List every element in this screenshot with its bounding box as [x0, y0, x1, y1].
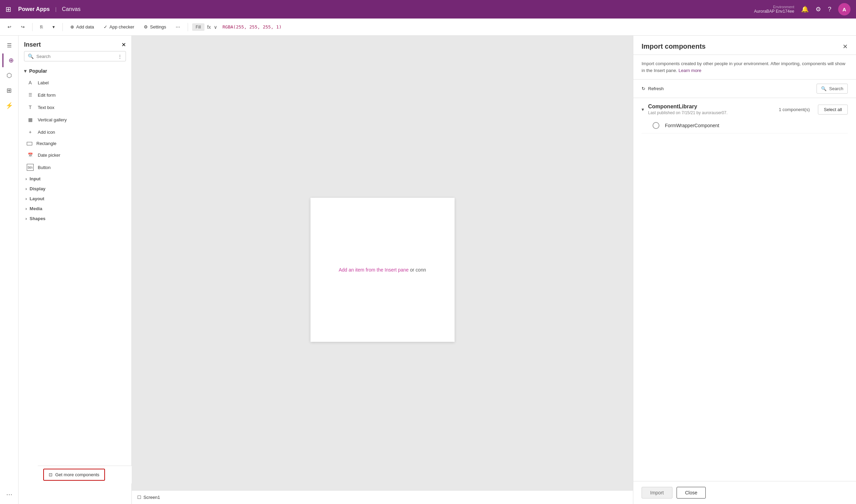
insert-item-vertical-gallery[interactable]: ▦ Vertical gallery: [19, 113, 131, 126]
refresh-label: Refresh: [648, 86, 664, 91]
insert-header-actions: ✕: [121, 41, 126, 48]
copy-button[interactable]: ⎘: [37, 22, 46, 32]
get-more-icon: ⊡: [49, 472, 52, 477]
add-data-label: Add data: [76, 24, 94, 29]
brand-separator: |: [55, 7, 57, 12]
insert-item-text-box[interactable]: T Text box: [19, 101, 131, 113]
add-data-icon: ⊕: [70, 24, 74, 29]
form-wrapper-radio[interactable]: [653, 122, 659, 129]
rectangle-icon: [27, 142, 32, 145]
media-label: Media: [30, 206, 42, 211]
shapes-label: Shapes: [30, 216, 45, 221]
canvas-frame: Add an item from the Insert pane or conn: [310, 198, 455, 342]
power-automate-button[interactable]: ⚡: [2, 99, 16, 112]
undo-button[interactable]: ↩: [4, 22, 15, 32]
components-button[interactable]: ⬡: [2, 69, 16, 82]
import-desc-text: Import components created by other peopl…: [642, 61, 845, 73]
formula-separator: fx: [207, 24, 211, 30]
insert-item-date-picker-text: Date picker: [38, 153, 60, 158]
insert-more-options-button[interactable]: ⋮: [118, 54, 122, 59]
insert-item-button[interactable]: btn Button: [19, 161, 131, 173]
label-icon: A: [27, 79, 34, 86]
library-toggle-icon[interactable]: ▾: [642, 107, 644, 112]
insert-item-date-picker[interactable]: 📅 Date picker: [19, 149, 131, 161]
insert-item-label[interactable]: A Label: [19, 76, 131, 89]
import-footer: Import Close: [633, 481, 856, 504]
settings-gear-icon: ⚙: [144, 24, 148, 29]
import-panel: Import components ✕ Import components cr…: [633, 36, 856, 504]
import-close-button[interactable]: ✕: [843, 43, 848, 50]
formula-chevron: ∨: [214, 24, 217, 30]
import-search-icon: 🔍: [821, 86, 826, 91]
insert-item-label-text: Label: [38, 80, 49, 85]
insert-item-add-icon-text: Add icon: [38, 130, 55, 135]
insert-item-rectangle-text: Rectangle: [36, 141, 57, 146]
environment-info: Environment AuroraBAP Env174ee: [754, 5, 794, 14]
refresh-icon: ↻: [642, 86, 645, 91]
insert-search-box[interactable]: 🔍 ⋮: [24, 51, 126, 61]
insert-title: Insert: [24, 41, 41, 48]
insert-header: Insert ✕: [19, 36, 131, 51]
toolbar-divider-2: [62, 23, 63, 31]
waffle-icon[interactable]: ⊞: [5, 5, 11, 13]
insert-close-button[interactable]: ✕: [121, 41, 126, 48]
vertical-gallery-icon: ▦: [27, 116, 34, 123]
formula-input[interactable]: [220, 23, 852, 31]
settings-icon[interactable]: ⚙: [816, 5, 821, 13]
form-wrapper-name: FormWrapperComponent: [665, 123, 719, 128]
canvas-or-text: or conn: [410, 267, 426, 273]
canvas-bottom-bar: ☐ Screen1: [132, 490, 633, 504]
select-all-button[interactable]: Select all: [818, 105, 848, 115]
input-section-header[interactable]: › Input: [19, 173, 131, 183]
paste-button[interactable]: ▾: [49, 22, 58, 32]
app-checker-button[interactable]: ✓ App checker: [100, 22, 138, 32]
toolbar-divider-3: [188, 23, 188, 31]
tree-view-button[interactable]: ☰: [2, 38, 16, 52]
canvas-area[interactable]: Add an item from the Insert pane or conn…: [132, 36, 633, 504]
import-search-box[interactable]: 🔍 Search: [817, 84, 848, 94]
library-header: ▾ ComponentLibrary Last published on 7/1…: [642, 104, 848, 115]
insert-item-rectangle[interactable]: Rectangle: [19, 138, 131, 149]
display-section-header[interactable]: › Display: [19, 183, 131, 193]
insert-list: ▾ Popular A Label ☰ Edit form T Text box…: [19, 65, 131, 504]
get-more-components-button[interactable]: ⊡ Get more components: [43, 469, 105, 481]
library-name: ComponentLibrary: [648, 104, 728, 110]
insert-nav-button[interactable]: ⊕: [2, 53, 16, 67]
screen1-label: Screen1: [143, 495, 160, 500]
media-section-header[interactable]: › Media: [19, 203, 131, 213]
more-button[interactable]: ⋯: [172, 22, 184, 32]
insert-search-input[interactable]: [36, 54, 115, 59]
learn-more-link[interactable]: Learn more: [679, 68, 701, 73]
input-label: Input: [30, 176, 40, 181]
checker-icon: ✓: [104, 24, 107, 29]
layout-chevron-icon: ›: [25, 196, 27, 201]
topbar: ⊞ Power Apps | Canvas Environment Aurora…: [0, 0, 856, 19]
formula-bar: Fill fx ∨: [192, 23, 852, 31]
import-button[interactable]: Import: [642, 487, 672, 499]
popular-section-header[interactable]: ▾ Popular: [19, 65, 131, 76]
add-icon-icon: +: [27, 129, 34, 135]
layout-section-header[interactable]: › Layout: [19, 193, 131, 203]
popular-label: Popular: [29, 68, 47, 74]
insert-item-add-icon[interactable]: + Add icon: [19, 126, 131, 138]
data-button[interactable]: ⊞: [2, 84, 16, 97]
screen1-item[interactable]: ☐ Screen1: [137, 495, 160, 500]
date-picker-icon: 📅: [27, 152, 34, 158]
avatar[interactable]: A: [838, 3, 851, 15]
canvas-placeholder-text: Add an item from the Insert pane or conn: [339, 267, 426, 273]
component-item-form-wrapper[interactable]: FormWrapperComponent: [642, 118, 848, 133]
more-nav-button[interactable]: ⋯: [2, 488, 16, 501]
insert-item-edit-form[interactable]: ☰ Edit form: [19, 89, 131, 101]
redo-button[interactable]: ↪: [17, 22, 28, 32]
shapes-section-header[interactable]: › Shapes: [19, 213, 131, 223]
refresh-button[interactable]: ↻ Refresh: [642, 86, 664, 91]
formula-property-label[interactable]: Fill: [192, 23, 204, 31]
close-button[interactable]: Close: [677, 487, 706, 499]
add-data-button[interactable]: ⊕ Add data: [67, 22, 97, 32]
topbar-right: Environment AuroraBAP Env174ee 🔔 ⚙ ? A: [754, 3, 851, 15]
notification-icon[interactable]: 🔔: [801, 5, 809, 13]
settings-button[interactable]: ⚙ Settings: [140, 22, 169, 32]
help-icon[interactable]: ?: [828, 6, 831, 13]
get-more-label: Get more components: [55, 472, 99, 477]
insert-panel: Insert ✕ 🔍 ⋮ ▾ Popular A Label ☰ Edit fo…: [19, 36, 132, 504]
